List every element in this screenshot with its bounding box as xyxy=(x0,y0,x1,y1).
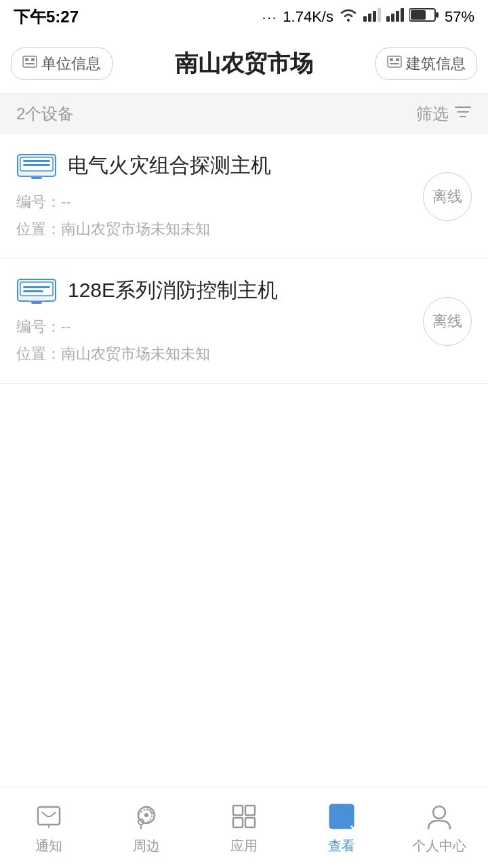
svg-rect-47 xyxy=(245,818,255,827)
filter-icon xyxy=(454,103,472,125)
nav-profile-label: 个人中心 xyxy=(412,837,466,855)
svg-rect-5 xyxy=(386,16,390,22)
battery-percent: 57% xyxy=(445,8,474,26)
device-info-2: 编号：-- 位置：南山农贸市场未知未知 xyxy=(16,313,472,367)
filter-area[interactable]: 筛选 xyxy=(416,103,472,125)
svg-rect-45 xyxy=(245,806,255,815)
device-icon-2 xyxy=(16,275,57,305)
device-location-1: 位置：南山农贸市场未知未知 xyxy=(16,216,472,243)
unit-icon xyxy=(22,54,37,73)
building-info-button[interactable]: 建筑信息 xyxy=(375,47,477,80)
device-info-1: 编号：-- 位置：南山农贸市场未知未知 xyxy=(16,189,472,242)
device-name-2: 128E系列消防控制主机 xyxy=(68,277,278,304)
svg-rect-30 xyxy=(20,282,53,296)
svg-rect-25 xyxy=(23,160,50,162)
svg-rect-19 xyxy=(390,63,399,64)
nav-notification-label: 通知 xyxy=(35,837,62,855)
nav-profile[interactable]: 个人中心 xyxy=(405,800,473,855)
device-item-1[interactable]: 电气火灾组合探测主机 编号：-- 位置：南山农贸市场未知未知 离线 xyxy=(0,134,488,259)
nav-apps[interactable]: 应用 xyxy=(210,800,278,855)
svg-rect-46 xyxy=(233,818,243,827)
building-info-label: 建筑信息 xyxy=(406,54,466,74)
nearby-icon xyxy=(130,800,163,833)
svg-rect-33 xyxy=(31,301,42,304)
svg-rect-51 xyxy=(332,819,344,822)
svg-point-0 xyxy=(347,19,350,22)
status-bar: 下午5:27 ··· 1.74K/s xyxy=(0,0,488,34)
svg-rect-4 xyxy=(378,8,381,22)
svg-rect-49 xyxy=(332,808,351,811)
device-code-2: 编号：-- xyxy=(16,313,472,340)
page-title: 南山农贸市场 xyxy=(175,48,313,79)
wifi-icon xyxy=(339,7,358,26)
svg-rect-18 xyxy=(396,58,399,61)
device-name-1: 电气火灾组合探测主机 xyxy=(68,152,271,180)
svg-rect-3 xyxy=(373,11,376,22)
notification-icon xyxy=(33,800,65,833)
nav-notification[interactable]: 通知 xyxy=(15,800,83,855)
svg-rect-13 xyxy=(25,58,28,61)
svg-rect-26 xyxy=(23,164,50,166)
svg-rect-50 xyxy=(332,814,351,816)
offline-badge-2: 离线 xyxy=(423,297,472,346)
svg-rect-10 xyxy=(436,12,439,18)
svg-rect-1 xyxy=(363,16,367,22)
device-status-1: 离线 xyxy=(423,172,472,221)
svg-rect-12 xyxy=(23,56,37,67)
nav-apps-label: 应用 xyxy=(230,837,258,855)
status-right: ··· 1.74K/s xyxy=(262,7,474,26)
svg-point-54 xyxy=(433,806,445,818)
svg-line-36 xyxy=(42,812,47,816)
signal2-icon xyxy=(386,8,404,26)
svg-line-37 xyxy=(50,812,56,816)
svg-rect-31 xyxy=(23,286,50,288)
status-dots: ··· xyxy=(262,9,278,25)
signal-icon xyxy=(363,8,381,26)
svg-rect-14 xyxy=(31,58,35,61)
device-item-2[interactable]: 128E系列消防控制主机 编号：-- 位置：南山农贸市场未知未知 离线 xyxy=(0,259,488,384)
device-count: 2个设备 xyxy=(16,103,74,125)
svg-rect-34 xyxy=(28,300,45,301)
subtitle-bar: 2个设备 筛选 xyxy=(0,94,488,134)
svg-rect-11 xyxy=(411,10,426,20)
bottom-nav: 通知 周边 应用 xyxy=(0,787,488,868)
device-code-1: 编号：-- xyxy=(16,189,472,216)
svg-rect-44 xyxy=(233,806,243,815)
device-status-2: 离线 xyxy=(423,297,472,346)
svg-rect-17 xyxy=(390,58,393,61)
svg-rect-2 xyxy=(368,14,371,22)
device-list: 电气火灾组合探测主机 编号：-- 位置：南山农贸市场未知未知 离线 xyxy=(0,134,488,787)
status-network: 1.74K/s xyxy=(283,8,333,26)
svg-rect-7 xyxy=(396,11,399,22)
search-view-icon xyxy=(325,800,358,833)
nav-view-label: 查看 xyxy=(328,837,355,855)
nav-view[interactable]: 查看 xyxy=(308,800,375,855)
battery-icon xyxy=(409,7,439,26)
svg-rect-15 xyxy=(25,63,35,64)
svg-rect-6 xyxy=(391,14,394,22)
unit-info-label: 单位信息 xyxy=(41,54,101,74)
device-icon-1 xyxy=(16,151,57,180)
svg-rect-32 xyxy=(23,290,43,292)
device-location-2: 位置：南山农贸市场未知未知 xyxy=(16,340,472,368)
status-time: 下午5:27 xyxy=(14,6,79,28)
svg-rect-27 xyxy=(31,176,42,179)
svg-rect-28 xyxy=(28,175,45,176)
svg-point-41 xyxy=(144,813,148,817)
profile-icon xyxy=(423,800,455,833)
apps-icon xyxy=(228,800,260,833)
nav-nearby[interactable]: 周边 xyxy=(113,800,180,855)
unit-info-button[interactable]: 单位信息 xyxy=(11,47,113,80)
offline-badge-1: 离线 xyxy=(423,172,472,221)
header: 单位信息 南山农贸市场 建筑信息 xyxy=(0,34,488,94)
building-icon xyxy=(387,54,402,73)
nav-nearby-label: 周边 xyxy=(133,837,160,855)
svg-rect-8 xyxy=(401,8,404,22)
svg-rect-16 xyxy=(388,56,401,67)
filter-label: 筛选 xyxy=(416,103,449,125)
